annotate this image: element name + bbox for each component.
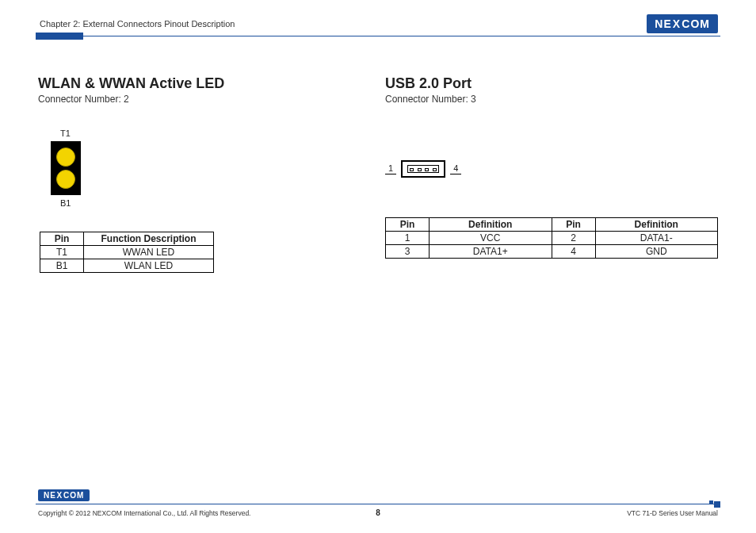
connector-number: Connector Number: 3 bbox=[385, 94, 718, 105]
table-cell: DATA1- bbox=[595, 232, 718, 245]
section-usb-port: USB 2.0 Port Connector Number: 3 1 4 Pin… bbox=[385, 75, 718, 273]
table-cell: 2 bbox=[552, 232, 595, 245]
table-row: B1 WLAN LED bbox=[40, 259, 214, 273]
usb-diagram: 1 4 bbox=[385, 160, 718, 178]
table-row: T1 WWAN LED bbox=[40, 246, 214, 259]
table-cell: 1 bbox=[386, 232, 430, 245]
table-row: 3 DATA1+ 4 GND bbox=[386, 245, 718, 259]
table-cell: WLAN LED bbox=[84, 259, 214, 273]
copyright-text: Copyright © 2012 NEXCOM International Co… bbox=[38, 509, 250, 517]
table-header: Pin bbox=[40, 232, 84, 246]
table-header: Definition bbox=[595, 218, 718, 232]
table-cell: DATA1+ bbox=[430, 245, 552, 259]
led-pin-table: Pin Function Description T1 WWAN LED B1 … bbox=[40, 232, 214, 273]
brand-logo-bottom: NEXCOM bbox=[38, 487, 90, 501]
led-label-bottom: B1 bbox=[60, 198, 353, 208]
table-header: Definition bbox=[430, 218, 552, 232]
section-wlan-wwan-led: WLAN & WWAN Active LED Connector Number:… bbox=[38, 75, 353, 273]
footer-rule bbox=[36, 504, 720, 504]
section-title: WLAN & WWAN Active LED bbox=[38, 75, 353, 92]
footer-decoration-icon bbox=[708, 500, 720, 508]
table-row: 1 VCC 2 DATA1- bbox=[386, 232, 718, 245]
table-cell: 3 bbox=[386, 245, 430, 259]
table-cell: WWAN LED bbox=[84, 246, 214, 259]
table-header: Pin bbox=[386, 218, 430, 232]
usb-pin-label-right: 4 bbox=[450, 163, 461, 174]
section-title: USB 2.0 Port bbox=[385, 75, 718, 92]
led-diagram: T1 B1 bbox=[51, 128, 353, 208]
usb-pin-label-left: 1 bbox=[385, 163, 396, 174]
led-indicator bbox=[56, 148, 75, 167]
header-rule bbox=[36, 36, 720, 36]
led-housing bbox=[51, 141, 81, 195]
connector-number: Connector Number: 2 bbox=[38, 94, 353, 105]
page-number: 8 bbox=[376, 508, 380, 517]
manual-title: VTC 71-D Series User Manual bbox=[627, 509, 718, 517]
chapter-title: Chapter 2: External Connectors Pinout De… bbox=[40, 19, 235, 29]
led-indicator bbox=[56, 170, 75, 189]
table-cell: B1 bbox=[40, 259, 84, 273]
brand-logo-top: NEXCOM bbox=[647, 14, 718, 33]
usb-pin-table: Pin Definition Pin Definition 1 VCC 2 DA… bbox=[385, 217, 718, 259]
led-label-top: T1 bbox=[60, 128, 353, 138]
table-cell: GND bbox=[595, 245, 718, 259]
table-cell: 4 bbox=[552, 245, 595, 259]
table-header: Pin bbox=[552, 218, 595, 232]
usb-connector-icon bbox=[401, 160, 445, 178]
table-cell: VCC bbox=[430, 232, 552, 245]
table-header: Function Description bbox=[84, 232, 214, 246]
table-cell: T1 bbox=[40, 246, 84, 259]
